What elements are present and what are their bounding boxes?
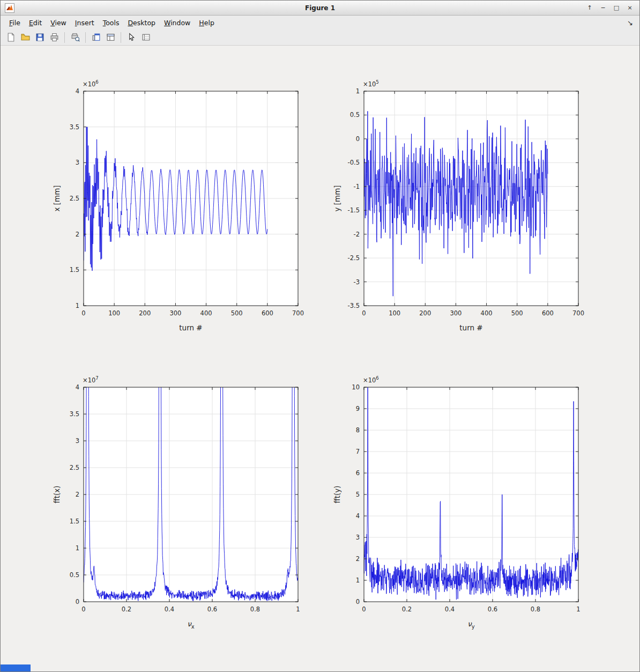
x-tick-label: 700	[292, 309, 304, 317]
axis-exponent-label: ×106	[363, 375, 379, 384]
title-bar[interactable]: Figure 1 ↑ − □ ×	[1, 1, 639, 16]
x-tick-label: 0	[362, 309, 366, 317]
y-tick-label: 3.5	[70, 410, 79, 418]
chart-y-vs-turn: 0100200300400500600700-3.5-3-2.5-2-1.5-1…	[324, 62, 602, 354]
dock-figure-icon[interactable]: ↘	[624, 18, 635, 27]
edit-plot-button[interactable]	[125, 31, 138, 44]
y-tick-label: -1.5	[348, 206, 360, 214]
x-tick-label: 200	[139, 309, 151, 317]
y-tick-label: 1	[76, 302, 79, 309]
x-tick-label: 300	[169, 309, 181, 317]
x-tick-label: 400	[481, 309, 493, 317]
open-file-button[interactable]	[19, 31, 32, 44]
y-tick-label: -2	[354, 231, 360, 238]
y-tick-label: 3	[76, 159, 79, 166]
save-figure-button[interactable]	[33, 31, 46, 44]
y-axis-label: fft(x)	[53, 485, 61, 503]
toolbar	[1, 29, 639, 46]
minimize-button[interactable]: −	[598, 3, 608, 13]
y-tick-label: 4	[76, 87, 79, 95]
y-axis-label: y [mm]	[333, 185, 341, 211]
charts-grid: 010020030040050060070011.522.533.54×106x…	[43, 62, 602, 650]
menu-bar: File Edit View Insert Tools Desktop Wind…	[1, 16, 639, 29]
y-tick-label: 1	[356, 577, 360, 584]
menu-item-tools[interactable]: Tools	[99, 17, 124, 28]
y-tick-label: -1	[354, 183, 360, 190]
y-tick-label: 0.5	[350, 111, 360, 119]
y-tick-label: 8	[356, 426, 360, 434]
y-tick-label: 2	[76, 231, 79, 238]
save-icon	[35, 33, 44, 42]
plot-browser-button[interactable]	[104, 31, 117, 44]
toolbar-separator	[121, 32, 121, 43]
x-tick-label: 0.8	[250, 605, 260, 613]
dock-window-icon	[92, 33, 101, 42]
print-icon	[50, 33, 59, 42]
x-tick-label: 0	[81, 309, 85, 317]
y-tick-label: 4	[356, 512, 360, 520]
matlab-icon	[5, 3, 14, 13]
y-axis-label: fft(y)	[333, 485, 341, 503]
menu-item-edit[interactable]: Edit	[25, 17, 46, 28]
y-tick-label: 5	[356, 491, 360, 498]
x-axis-label: νy	[467, 619, 475, 630]
maximize-button[interactable]: □	[611, 3, 622, 13]
x-tick-label: 500	[511, 309, 523, 317]
y-tick-label: 2.5	[70, 464, 79, 471]
y-tick-label: 0.5	[70, 571, 79, 579]
x-tick-label: 0.4	[165, 605, 174, 613]
y-tick-label: 0	[76, 598, 79, 605]
x-axis-label: νx	[187, 619, 195, 630]
window-controls: ↑ − □ ×	[584, 3, 635, 13]
new-figure-button[interactable]	[4, 31, 17, 44]
taskbar-fragment	[1, 664, 31, 671]
x-tick-label: 0.2	[402, 605, 412, 613]
x-tick-label: 700	[572, 309, 584, 317]
new-document-icon	[6, 33, 16, 42]
y-tick-label: 0	[356, 135, 360, 143]
print-figure-button[interactable]	[48, 31, 61, 44]
x-tick-label: 0.6	[488, 605, 497, 613]
chart-x-vs-turn: 010020030040050060070011.522.533.54×106x…	[43, 62, 322, 354]
y-tick-label: 0	[356, 598, 360, 605]
print-preview-button[interactable]	[69, 31, 81, 44]
y-tick-label: 9	[356, 405, 360, 412]
x-tick-label: 100	[108, 309, 120, 317]
x-tick-label: 600	[262, 309, 273, 317]
y-tick-label: 1.5	[70, 518, 79, 525]
y-tick-label: 2	[76, 491, 79, 498]
dock-figure-button[interactable]	[90, 31, 102, 44]
x-tick-label: 0.8	[531, 605, 540, 613]
open-folder-icon	[21, 33, 30, 42]
x-tick-label: 300	[450, 309, 462, 317]
x-tick-label: 500	[231, 309, 243, 317]
y-tick-label: 2.5	[70, 195, 79, 202]
menu-item-view[interactable]: View	[46, 17, 71, 28]
y-tick-label: 3	[356, 534, 360, 541]
axis-exponent-label: ×105	[363, 79, 379, 88]
menu-item-desktop[interactable]: Desktop	[123, 17, 160, 28]
y-axis-label: x [mm]	[53, 185, 61, 211]
x-tick-label: 0.6	[207, 605, 217, 613]
axis-exponent-label: ×107	[83, 375, 99, 384]
plot-browser-icon	[106, 33, 115, 42]
chart-fft-x: 00.20.40.60.8100.511.522.533.54×107fft(x…	[43, 358, 322, 650]
y-tick-label: 7	[356, 448, 360, 455]
y-tick-label: 1	[76, 544, 79, 552]
y-tick-label: 1	[356, 87, 360, 95]
pointer-icon	[127, 33, 136, 42]
x-tick-label: 1	[296, 605, 300, 613]
shade-button[interactable]: ↑	[584, 3, 595, 13]
menu-item-help[interactable]: Help	[195, 17, 219, 28]
chart-fft-y: 00.20.40.60.81012345678910×106fft(y)νy	[324, 358, 602, 650]
figure-canvas: 010020030040050060070011.522.533.54×106x…	[1, 46, 639, 671]
y-tick-label: 2	[356, 555, 360, 563]
x-tick-label: 100	[389, 309, 400, 317]
property-editor-button[interactable]	[139, 31, 152, 44]
menu-item-window[interactable]: Window	[160, 17, 195, 28]
menu-item-file[interactable]: File	[5, 17, 25, 28]
figure-window: Figure 1 ↑ − □ × File Edit View Insert T…	[0, 0, 640, 672]
menu-item-insert[interactable]: Insert	[71, 17, 99, 28]
y-tick-label: 6	[356, 469, 360, 477]
close-button[interactable]: ×	[624, 3, 635, 13]
